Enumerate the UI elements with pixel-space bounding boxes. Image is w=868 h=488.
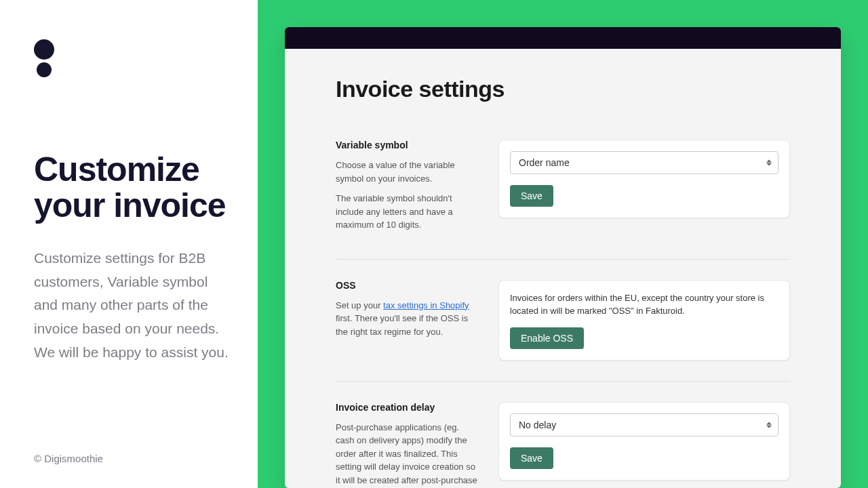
delay-select-wrap[interactable]: No delay (510, 413, 778, 436)
app-header-bar (285, 27, 841, 49)
oss-desc-pre: Set up your (336, 300, 383, 310)
variable-symbol-desc1: Choose a value of the variable symbol on… (336, 159, 478, 185)
tax-settings-link[interactable]: tax settings in Shopify (383, 300, 469, 310)
setting-row-oss: OSS Set up your tax settings in Shopify … (336, 280, 790, 382)
enable-oss-button[interactable]: Enable OSS (510, 327, 584, 349)
setting-row-variable-symbol: Variable symbol Choose a value of the va… (336, 140, 790, 260)
copyright: © Digismoothie (34, 453, 103, 464)
marketing-panel: Customize your invoice Customize setting… (0, 0, 258, 488)
save-button-variable-symbol[interactable]: Save (510, 185, 553, 207)
logo-dot-large (34, 39, 54, 60)
logo (34, 39, 231, 77)
oss-card: Invoices for orders within the EU, excep… (498, 280, 790, 361)
app-content: Invoice settings Variable symbol Choose … (285, 49, 841, 488)
variable-symbol-title: Variable symbol (336, 140, 478, 150)
delay-select[interactable]: No delay (510, 413, 778, 436)
variable-symbol-select-wrap[interactable]: Order name (510, 151, 778, 174)
right-panel: Invoice settings Variable symbol Choose … (258, 0, 868, 488)
save-button-delay[interactable]: Save (510, 447, 553, 469)
logo-dot-small (37, 62, 52, 77)
variable-symbol-select[interactable]: Order name (510, 151, 778, 174)
oss-info: Invoices for orders within the EU, excep… (510, 291, 778, 318)
delay-title: Invoice creation delay (336, 402, 478, 413)
description: Customize settings for B2B customers, Va… (34, 247, 231, 364)
page-title: Invoice settings (336, 76, 790, 102)
setting-row-delay: Invoice creation delay Post-purchase app… (336, 402, 790, 489)
oss-title: OSS (336, 280, 478, 291)
variable-symbol-card: Order name Save (498, 140, 790, 218)
variable-symbol-desc2: The variable symbol shouldn't include an… (336, 192, 478, 232)
delay-card: No delay Save (498, 402, 790, 481)
delay-desc: Post-purchase applications (eg. cash on … (336, 421, 478, 489)
headline: Customize your invoice (34, 152, 231, 223)
oss-desc: Set up your tax settings in Shopify firs… (336, 299, 478, 339)
oss-desc-post: first. There you'll see if the OSS is th… (336, 313, 468, 337)
app-window: Invoice settings Variable symbol Choose … (285, 27, 841, 488)
